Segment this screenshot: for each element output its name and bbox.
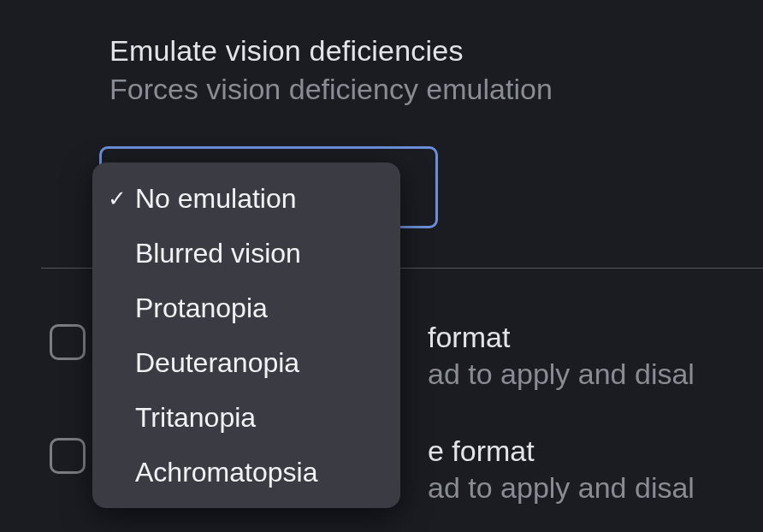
dropdown-item-label: Blurred vision <box>135 238 385 269</box>
dropdown-item-label: Tritanopia <box>135 402 385 434</box>
setting-description: Forces vision deficiency emulation <box>109 73 553 106</box>
dropdown-item-label: Achromatopsia <box>135 457 385 488</box>
dropdown-item-no-emulation[interactable]: ✓ No emulation <box>92 171 400 226</box>
checkbox[interactable] <box>50 438 86 474</box>
vision-deficiency-dropdown: ✓ No emulation Blurred vision Protanopia… <box>92 163 400 508</box>
dropdown-item-label: Protanopia <box>135 293 385 324</box>
checkbox[interactable] <box>50 324 86 360</box>
dropdown-item-deuteranopia[interactable]: Deuteranopia <box>92 335 400 390</box>
vision-deficiency-setting-header: Emulate vision deficiencies Forces visio… <box>109 34 553 106</box>
dropdown-item-label: No emulation <box>135 183 385 215</box>
option-title: format <box>428 321 695 354</box>
option-sub: ad to apply and disal <box>428 358 695 391</box>
dropdown-item-blurred-vision[interactable]: Blurred vision <box>92 226 400 281</box>
option-title: e format <box>428 434 695 468</box>
dropdown-item-achromatopsia[interactable]: Achromatopsia <box>92 445 400 499</box>
dropdown-item-tritanopia[interactable]: Tritanopia <box>92 390 400 445</box>
option-sub: ad to apply and disal <box>428 471 695 505</box>
dropdown-item-protanopia[interactable]: Protanopia <box>92 281 400 335</box>
check-icon: ✓ <box>108 187 135 210</box>
dropdown-item-label: Deuteranopia <box>135 347 385 379</box>
setting-title: Emulate vision deficiencies <box>109 34 553 68</box>
